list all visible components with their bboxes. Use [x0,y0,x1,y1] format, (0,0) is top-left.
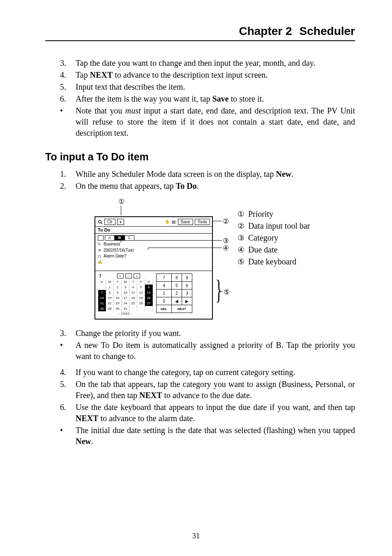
callout-legend: ①Priority ②Data input tool bar ③Category… [238,208,310,268]
calendar-grid[interactable]: S M T W T F S 1 2 [98,279,153,311]
list-block-3: 3. Change the priority if you want. • A … [60,328,355,447]
numpad-key[interactable]: 6 [182,282,192,290]
numpad-key[interactable]: 4 [157,282,172,290]
list-item: 5. Input text that describes the item. [60,81,355,93]
callout-label: Data input tool bar [248,220,310,232]
device-toolbar: Clr ▾ ✋ ▤ Save Tools [95,217,212,226]
callout-marker-5: ⑤ [224,288,230,297]
search-icon [98,220,103,225]
device-title: To Do [95,227,212,233]
hand-icon: ✋ [165,220,170,225]
numpad-key[interactable]: 2 [172,290,182,297]
chapter-number: Chapter 2 [239,25,292,37]
date-icon: ➔ [98,248,102,253]
chapter-title: Scheduler [300,25,355,37]
callout-label: Category [248,232,278,244]
section-heading: To input a To Do item [45,151,355,163]
dropdown-icon[interactable]: ▾ [117,219,124,225]
cal-today-icon[interactable]: □ [125,273,132,278]
list-item: 6. Use the date keyboard that appears to… [60,402,355,424]
list-item: 3. Tap the date you want to change and t… [60,58,355,69]
chapter-header: Chapter 2Scheduler [45,25,355,41]
calendar: 7 « □ » S M T W T F [98,273,153,315]
cal-next-fast-icon[interactable]: » [134,273,140,278]
date-keyboard: 7 « □ » S M T W T F [95,271,212,319]
numpad-key[interactable]: 5 [172,282,182,290]
list-block-2: 1. While any Scheduler Mode data screen … [60,169,355,192]
numpad-key[interactable]: 9 [182,274,192,282]
alarm-value[interactable]: Alarm Date? [104,253,127,259]
callout-label: Due date [248,244,278,256]
category-line: ✎ Business [98,241,210,247]
list-item: 2. On the menu that appears, tap To Do. [60,181,355,192]
numpad-left-icon[interactable]: ◀ [172,297,182,305]
alarm-icon: ◻ [98,254,102,259]
numpad-key[interactable]: 3 [182,290,192,297]
list-item: • A new To Do item is automatically assi… [60,340,355,362]
list-item: 1. While any Scheduler Mode data screen … [60,169,355,180]
duedate-value[interactable]: 2002/07/16(Tue) [104,248,134,253]
list-item: 6. After the item is the way you want it… [60,93,355,104]
note-line: ✍ [98,259,210,264]
numpad-key[interactable]: 1 [157,290,172,297]
list-block-1: 3. Tap the date you want to change and t… [60,58,355,139]
list-item: 4. Tap NEXT to advance to the descriptio… [60,70,355,81]
callout-marker-1: ① [118,197,125,206]
tools-button[interactable]: Tools [195,219,210,225]
brace-icon: } [215,277,222,302]
device-body: A B C ✎ Business ➔ 2002/07/16(Tue) ◻ A [95,234,212,271]
numpad-del-button[interactable]: DEL [157,305,172,313]
save-button[interactable]: Save [178,219,193,225]
list-item: 4. If you want to change the category, t… [60,367,355,378]
page-number: 31 [0,531,392,540]
duedate-line: ➔ 2002/07/16(Tue) [98,248,210,253]
list-item: 5. On the tab that appears, tap the cate… [60,379,355,401]
device-frame: Clr ▾ ✋ ▤ Save Tools To Do A B [95,216,213,320]
doc-icon: ▤ [171,220,176,225]
numpad-right-icon[interactable]: ▶ [182,297,192,305]
svg-point-0 [99,220,101,222]
alarm-line: ◻ Alarm Date? [98,253,210,259]
calendar-year: - 2002 - [98,312,153,315]
list-item: • Note that you must input a start date,… [60,105,355,139]
checkbox-icon[interactable] [98,235,104,241]
numpad-key[interactable]: 8 [172,274,182,282]
category-value[interactable]: Business [104,241,120,247]
figure-row: ① Clr ▾ ✋ ▤ Save Tools To Do [95,199,355,320]
callout-marker-2: ② [223,217,229,226]
numpad-next-button[interactable]: NEXT [172,305,192,313]
calendar-month: 7 [99,274,101,278]
numpad: 789 456 123 0◀▶ DELNEXT [156,273,192,315]
callout-label: Priority [248,208,273,220]
category-icon: ✎ [98,242,102,247]
list-item: 3. Change the priority if you want. [60,328,355,339]
list-item: • The initial due date setting is the da… [60,425,355,447]
callout-label: Date keyboard [248,256,296,268]
priority-a-tab[interactable]: A [105,235,115,241]
device-screenshot: ① Clr ▾ ✋ ▤ Save Tools To Do [95,199,213,320]
svg-line-1 [101,222,103,224]
note-icon: ✍ [98,259,102,264]
callout-marker-4: ④ [223,244,229,253]
numpad-key[interactable]: 7 [157,274,172,282]
cal-prev-fast-icon[interactable]: « [117,273,124,278]
numpad-key[interactable]: 0 [157,297,172,305]
clr-button[interactable]: Clr [104,219,115,225]
